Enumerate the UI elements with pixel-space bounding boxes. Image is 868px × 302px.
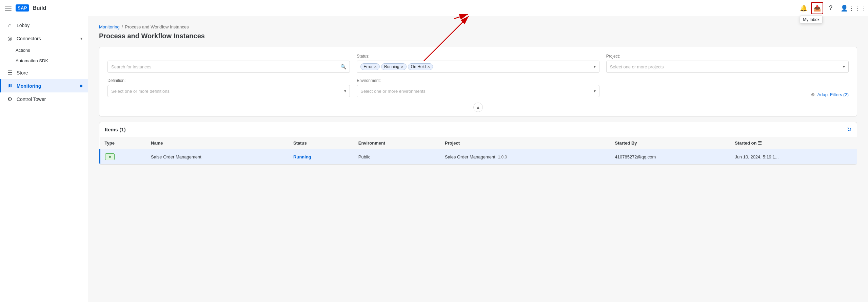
table-head: Type Name Status Environment Project Sta… — [100, 137, 857, 149]
breadcrumb: Monitoring / Process and Workflow Instan… — [99, 24, 857, 29]
project-version: 1.0.0 — [498, 155, 507, 159]
header-left: SAP Build — [4, 4, 46, 12]
page-title: Process and Workflow Instances — [99, 32, 857, 40]
col-project: Project — [440, 137, 610, 149]
store-icon: ☰ — [6, 69, 13, 76]
sidebar-item-actions[interactable]: Actions — [0, 45, 88, 56]
col-started-on[interactable]: Started on ☰ — [730, 137, 857, 149]
cell-type: » — [100, 149, 146, 165]
search-placeholder-text: Search for instances — [111, 64, 152, 69]
table-title: Items (1) — [105, 127, 126, 132]
hamburger-menu-button[interactable] — [4, 4, 12, 12]
table-body: » Salse Order Management Running Public … — [100, 149, 857, 165]
status-tag-running-text: Running — [384, 64, 399, 69]
adapt-filters-container: ⊗ Adapt Filters (2) — [606, 91, 849, 97]
sidebar-label-monitoring: Monitoring — [17, 83, 76, 89]
sidebar-item-store[interactable]: ☰ Store — [0, 66, 88, 79]
status-badge: Running — [293, 154, 311, 159]
app-header: SAP Build 🔔 📥 My Inbox ? 👤 ⋮⋮⋮ — [0, 0, 868, 16]
app-title: Build — [33, 5, 46, 11]
search-icon: 🔍 — [340, 64, 346, 69]
status-dropdown-chevron: ▾ — [594, 64, 596, 69]
status-filter-group: Status: Error ✕ Running ✕ — [357, 54, 599, 73]
breadcrumb-parent[interactable]: Monitoring — [99, 24, 120, 29]
main-content: Monitoring / Process and Workflow Instan… — [88, 16, 868, 302]
sidebar-item-lobby[interactable]: ⌂ Lobby — [0, 19, 88, 32]
main-layout: ⌂ Lobby ◎ Connectors ▾ Actions Automatio… — [0, 16, 868, 302]
cell-environment: Public — [354, 149, 440, 165]
sap-logo: SAP — [16, 4, 29, 12]
breadcrumb-separator: / — [122, 24, 123, 29]
status-dropdown[interactable]: Error ✕ Running ✕ On Hold ✕ — [357, 61, 599, 73]
definition-dropdown[interactable]: Select one or more definitions ▾ — [107, 85, 350, 97]
breadcrumb-current: Process and Workflow Instances — [125, 24, 189, 29]
status-tag-error-text: Error — [363, 64, 373, 69]
connectors-icon: ◎ — [6, 35, 13, 42]
status-tag-error-close[interactable]: ✕ — [374, 65, 377, 69]
table-row[interactable]: » Salse Order Management Running Public … — [100, 149, 857, 165]
table-refresh-button[interactable]: ↻ — [847, 126, 851, 133]
project-placeholder: Select one or more projects — [610, 64, 664, 69]
table-header-bar: Items (1) ↻ — [99, 122, 857, 137]
definition-placeholder: Select one or more definitions — [111, 89, 170, 94]
table-section: Items (1) ↻ Type Name Status Environment… — [99, 122, 857, 165]
help-button[interactable]: ? — [825, 2, 837, 14]
sidebar-label-store: Store — [17, 70, 82, 76]
cell-started-by: 410785272@qq.com — [610, 149, 730, 165]
inbox-tooltip: My Inbox — [800, 16, 823, 24]
sidebar-label-lobby: Lobby — [17, 23, 82, 28]
home-icon: ⌂ — [6, 22, 13, 28]
col-environment: Environment — [354, 137, 440, 149]
header-right: 🔔 📥 My Inbox ? 👤 ⋮⋮⋮ — [797, 2, 864, 14]
notifications-button[interactable]: 🔔 — [797, 2, 810, 14]
project-dropdown-chevron: ▾ — [843, 64, 845, 69]
filter-collapse-button[interactable]: ▲ — [473, 103, 483, 112]
filter-area: Search for instances 🔍 Status: Error ✕ — [99, 47, 857, 116]
search-input[interactable]: Search for instances 🔍 — [107, 61, 350, 73]
definition-label: Definition: — [107, 78, 350, 83]
control-tower-icon: ⚙ — [6, 96, 13, 102]
col-status: Status — [289, 137, 354, 149]
status-label: Status: — [357, 54, 599, 59]
filter-row-2: Definition: Select one or more definitio… — [107, 78, 849, 97]
monitoring-icon: ≋ — [6, 83, 13, 89]
environment-dropdown[interactable]: Select one or more environments ▾ — [357, 85, 599, 97]
sidebar-label-actions: Actions — [16, 48, 30, 53]
search-filter-group: Search for instances 🔍 — [107, 61, 350, 73]
sidebar-item-connectors[interactable]: ◎ Connectors ▾ — [0, 32, 88, 45]
definition-dropdown-chevron: ▾ — [344, 89, 346, 93]
grid-menu-button[interactable]: ⋮⋮⋮ — [852, 2, 864, 14]
chevron-down-icon: ▾ — [80, 36, 82, 41]
cell-name: Salse Order Management — [146, 149, 289, 165]
filter-spacer: ⊗ Adapt Filters (2) — [606, 91, 849, 97]
status-tag-running-close[interactable]: ✕ — [401, 65, 403, 69]
inbox-button[interactable]: 📥 My Inbox — [811, 2, 823, 14]
sidebar-label-automation-sdk: Automation SDK — [16, 58, 48, 63]
environment-filter-group: Environment: Select one or more environm… — [357, 78, 599, 97]
sidebar-item-automation-sdk[interactable]: Automation SDK — [0, 56, 88, 66]
adapt-filters-button[interactable]: Adapt Filters (2) — [817, 92, 849, 97]
cell-started-on: Jun 10, 2024, 5:19:1... — [730, 149, 857, 165]
project-filter-group: Project: Select one or more projects ▾ — [606, 54, 849, 73]
sidebar-item-monitoring[interactable]: ≋ Monitoring — [0, 79, 88, 92]
instances-table: Type Name Status Environment Project Sta… — [99, 137, 857, 165]
project-dropdown[interactable]: Select one or more projects ▾ — [606, 61, 849, 73]
monitoring-active-dot — [80, 85, 82, 87]
status-tag-running: Running ✕ — [381, 63, 407, 70]
sidebar-label-control-tower: Control Tower — [17, 96, 82, 102]
status-tags: Error ✕ Running ✕ On Hold ✕ — [360, 63, 433, 70]
environment-dropdown-chevron: ▾ — [594, 89, 596, 93]
sidebar: ⌂ Lobby ◎ Connectors ▾ Actions Automatio… — [0, 16, 88, 302]
status-tag-onhold-text: On Hold — [411, 64, 426, 69]
cell-project: Sales Order Management 1.0.0 — [440, 149, 610, 165]
col-started-by: Started By — [610, 137, 730, 149]
status-tag-onhold: On Hold ✕ — [408, 63, 433, 70]
environment-label: Environment: — [357, 78, 599, 83]
type-icon: » — [105, 153, 115, 160]
sidebar-item-control-tower[interactable]: ⚙ Control Tower — [0, 92, 88, 106]
cell-status: Running — [289, 149, 354, 165]
sidebar-label-connectors: Connectors — [17, 36, 77, 41]
col-name: Name — [146, 137, 289, 149]
status-tag-onhold-close[interactable]: ✕ — [427, 65, 430, 69]
filter-row-1: Search for instances 🔍 Status: Error ✕ — [107, 54, 849, 73]
